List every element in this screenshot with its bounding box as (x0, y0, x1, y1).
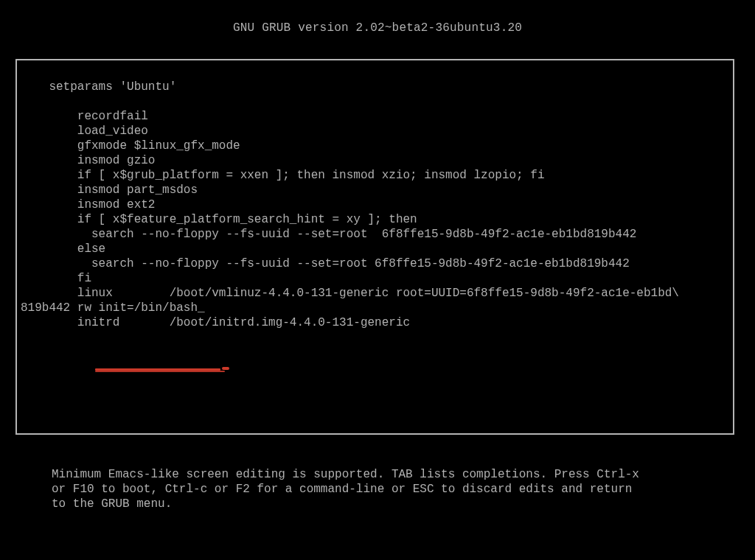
grub-title-text: GNU GRUB version 2.02~beta2-36ubuntu3.20 (233, 21, 522, 35)
grub-header: GNU GRUB version 2.02~beta2-36ubuntu3.20 (0, 0, 755, 35)
code-line[interactable]: if [ x$feature_platform_search_hint = xy… (21, 213, 417, 226)
code-line[interactable]: search --no-floppy --fs-uuid --set=root … (21, 228, 636, 241)
code-line[interactable]: setparams 'Ubuntu' (49, 80, 176, 94)
code-line[interactable]: search --no-floppy --fs-uuid --set=root … (21, 257, 630, 270)
grub-editor-panel[interactable]: setparams 'Ubuntu' recordfail load_video… (15, 59, 734, 435)
code-line[interactable]: else (21, 242, 105, 256)
grub-code-content[interactable]: setparams 'Ubuntu' recordfail load_video… (21, 65, 729, 345)
code-line[interactable]: load_video (21, 125, 148, 138)
code-line[interactable]: linux /boot/vmlinuz-4.4.0-131-generic ro… (21, 287, 679, 300)
highlight-underline-icon (95, 371, 225, 372)
code-line[interactable]: recordfail (21, 110, 148, 123)
code-line[interactable]: fi (21, 272, 91, 285)
code-line-edited[interactable]: 819b442 rw init=/bin/bash_ (21, 301, 205, 315)
code-line[interactable]: insmod ext2 (21, 198, 155, 211)
code-line[interactable]: insmod gzio (21, 154, 155, 167)
highlight-underline-icon (222, 367, 229, 370)
code-line[interactable]: gfxmode $linux_gfx_mode (21, 139, 240, 153)
code-line[interactable]: if [ x$grub_platform = xxen ]; then insm… (21, 169, 545, 182)
code-line[interactable]: initrd /boot/initrd.img-4.4.0-131-generi… (21, 316, 410, 329)
grub-help-text: Minimum Emacs-like screen editing is sup… (52, 467, 714, 511)
code-line[interactable]: insmod part_msdos (21, 183, 198, 197)
